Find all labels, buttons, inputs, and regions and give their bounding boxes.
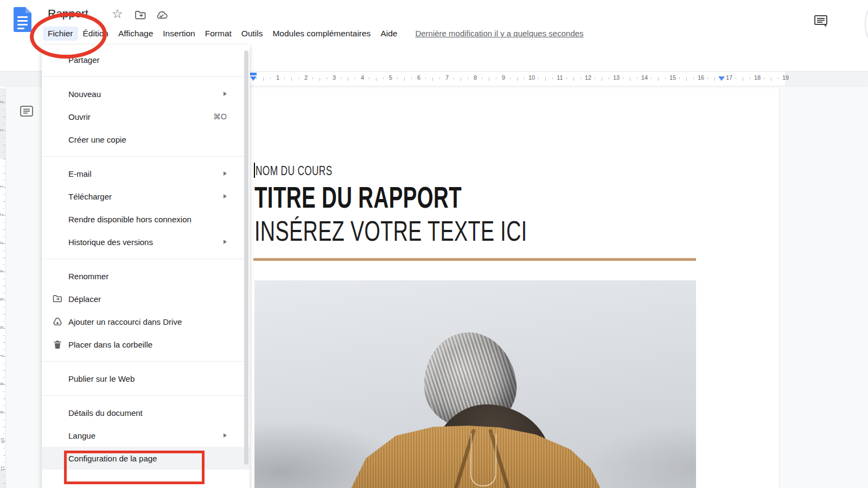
show-outline-button[interactable]	[18, 103, 35, 119]
menu-item-deplacer[interactable]: Déplacer	[42, 287, 250, 310]
menu-item-nouveau[interactable]: Nouveau	[42, 82, 250, 105]
menu-item-hors-connexion[interactable]: Rendre disponible hors connexion	[42, 208, 250, 230]
ruler-tick	[461, 78, 461, 81]
menu-item-publier-web[interactable]: Publier sur le Web	[42, 367, 250, 390]
ruler-tick	[3, 110, 4, 110]
ruler-tick	[425, 78, 426, 79]
ruler-number: 19	[782, 74, 789, 81]
text-cursor	[254, 163, 255, 178]
ruler-tick	[3, 166, 4, 166]
menu-item-raccourci-drive[interactable]: Ajouter un raccourci dans Drive	[42, 310, 250, 333]
ruler-tick	[298, 78, 299, 79]
ruler-tick	[3, 483, 5, 484]
ruler-tick	[3, 420, 4, 420]
ruler-tick	[3, 406, 4, 406]
first-line-indent-marker[interactable]	[250, 73, 257, 75]
ruler-tick	[3, 124, 4, 124]
ruler-tick	[602, 78, 602, 81]
ruler-tick	[771, 78, 771, 81]
ruler-tick	[3, 117, 5, 117]
ruler-number: 10	[528, 74, 535, 81]
menu-item-renommer[interactable]: Renommer	[42, 265, 250, 287]
doc-title-text[interactable]: TITRE DU RAPPORT	[254, 180, 462, 215]
ruler-tick	[714, 78, 715, 81]
drive-shortcut-icon	[52, 316, 63, 327]
ruler-tick	[3, 159, 5, 159]
ruler-tick	[524, 78, 525, 79]
ruler-tick	[3, 286, 5, 286]
ruler-number: 8	[0, 382, 4, 385]
menu-item-email[interactable]: E-mail	[42, 162, 250, 185]
ruler-tick	[3, 138, 4, 138]
ruler-number: 3	[0, 241, 4, 244]
ruler-number: 7	[0, 354, 4, 357]
ruler-tick	[3, 201, 5, 202]
ruler-number: 14	[641, 74, 648, 81]
menu-item-langue[interactable]: Langue	[42, 424, 250, 447]
app-header: Rapport ☆ Fichier Édition Affichage Inse…	[0, 0, 868, 45]
ruler-tick	[3, 293, 4, 293]
ruler-number: 4	[0, 269, 4, 272]
menu-item-telecharger[interactable]: Télécharger	[42, 185, 250, 208]
annotation-red-box-configuration-page	[64, 451, 205, 484]
ruler-tick	[693, 78, 694, 79]
ruler-tick	[665, 78, 666, 79]
ruler-tick	[686, 78, 687, 81]
logo-fold	[25, 7, 31, 13]
ruler-tick	[3, 427, 5, 427]
menu-item-historique-versions[interactable]: Historique des versions	[42, 230, 250, 253]
menubar-item-format[interactable]: Format	[200, 27, 237, 41]
vertical-ruler[interactable]: 211234567891011	[0, 85, 6, 488]
ruler-number: 3	[333, 74, 336, 81]
ruler-tick	[743, 78, 743, 81]
ruler-number: 8	[474, 74, 477, 81]
account-circle[interactable]	[865, 0, 868, 45]
menubar-item-outils[interactable]: Outils	[237, 27, 268, 41]
ruler-tick	[256, 78, 257, 79]
ruler-number: 5	[0, 298, 4, 300]
menu-divider	[42, 395, 250, 396]
comments-icon[interactable]	[813, 13, 829, 31]
menubar-item-insertion[interactable]: Insertion	[158, 27, 200, 41]
ruler-tick	[432, 78, 433, 81]
ruler-tick	[3, 476, 4, 477]
menu-item-details-document[interactable]: Détails du document	[42, 401, 250, 424]
ruler-tick	[3, 229, 5, 230]
google-docs-logo-icon[interactable]	[14, 7, 31, 32]
ruler-tick	[397, 78, 398, 79]
ruler-tick	[312, 78, 313, 79]
ruler-tick	[573, 78, 574, 81]
star-icon[interactable]: ☆	[112, 7, 123, 21]
ruler-number: 6	[417, 74, 420, 81]
ruler-tick	[3, 370, 5, 371]
ruler-tick	[489, 78, 489, 81]
horizontal-ruler[interactable]: 12345678910111213141516171819	[249, 72, 785, 86]
ruler-number: 11	[557, 74, 563, 81]
ruler-number: 2	[0, 100, 4, 103]
doc-eyebrow-text[interactable]: NOM DU COURS	[256, 163, 333, 178]
ruler-tick	[566, 78, 567, 79]
menu-item-creer-une-copie[interactable]: Créer une copie	[42, 128, 250, 151]
menubar-item-aide[interactable]: Aide	[375, 27, 402, 41]
ruler-number: 2	[304, 74, 308, 81]
ruler-tick	[263, 78, 264, 81]
last-edit-link[interactable]: Dernière modification il y a quelques se…	[415, 29, 583, 38]
doc-photo-person-beanie[interactable]	[254, 280, 696, 488]
ruler-tick	[3, 258, 5, 258]
menu-item-corbeille[interactable]: Placer dans la corbeille	[42, 333, 250, 356]
menubar-item-modules[interactable]: Modules complémentaires	[267, 27, 375, 41]
ruler-tick	[3, 448, 4, 448]
ruler-tick	[3, 251, 4, 251]
doc-subtitle-text[interactable]: INSÉREZ VOTRE TEXTE ICI	[254, 215, 527, 247]
ruler-number: 5	[389, 74, 392, 81]
menu-item-ouvrir[interactable]: Ouvrir⌘O	[42, 105, 250, 128]
menu-scrollbar[interactable]	[244, 50, 248, 465]
v-ruler-margin-top	[0, 88, 5, 159]
ruler-tick	[3, 265, 4, 265]
ruler-tick	[764, 78, 764, 79]
ruler-tick	[3, 307, 4, 307]
ruler-number: 18	[754, 74, 761, 81]
move-folder-icon[interactable]	[134, 9, 147, 24]
menubar-item-affichage[interactable]: Affichage	[113, 27, 158, 41]
cloud-saved-icon[interactable]	[155, 9, 169, 24]
